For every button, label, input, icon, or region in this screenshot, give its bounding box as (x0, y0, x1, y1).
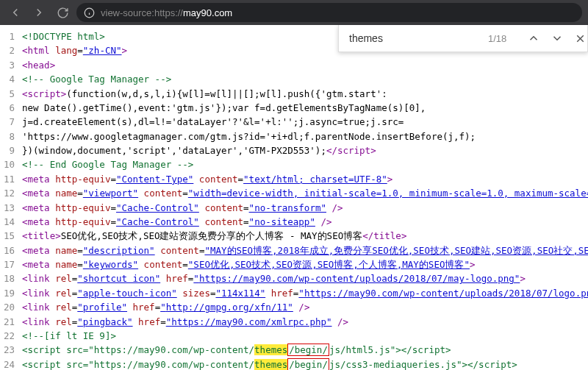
find-in-page-bar: 1/18 (338, 25, 588, 52)
source-line: <meta name="keywords" content="SEO优化,SEO… (22, 257, 585, 271)
source-line: <!--[if lt IE 9]> (22, 329, 585, 343)
source-view: 1234567891011121314151617181920212223242… (0, 25, 588, 370)
source-line: })(window,document,'script','dataLayer',… (22, 143, 585, 157)
forward-button[interactable] (29, 3, 49, 22)
source-line: <link rel="profile" href="http://gmpg.or… (22, 300, 585, 314)
source-line: <meta name="viewport" content="width=dev… (22, 186, 585, 200)
site-info-icon[interactable] (84, 7, 95, 18)
find-input[interactable] (349, 32, 478, 44)
source-line: 'https://www.googletagmanager.com/gtm.js… (22, 129, 585, 143)
find-close-button[interactable] (574, 32, 587, 45)
source-line: <meta http-equiv="Content-Type" content=… (22, 172, 585, 186)
source-line: <!-- End Google Tag Manager --> (22, 157, 585, 171)
source-line: new Date().getTime(),event:'gtm.js'});va… (22, 101, 585, 115)
browser-toolbar: view-source:https://may90.com (0, 0, 588, 25)
find-count: 1/18 (488, 33, 506, 44)
source-line: <meta http-equiv="Cache-Control" content… (22, 201, 585, 215)
source-line: j=d.createElement(s),dl=l!='dataLayer'?'… (22, 115, 585, 129)
find-prev-button[interactable] (527, 32, 540, 45)
reload-button[interactable] (53, 3, 72, 22)
source-code: <!DOCTYPE html> <html lang="zh-CN"> <hea… (21, 25, 588, 370)
url-text: view-source:https://may90.com (101, 7, 232, 18)
back-button[interactable] (6, 3, 25, 22)
source-line: <title>SEO优化,SEO技术,SEO建站资源免费分享的个人博客 - MA… (22, 229, 585, 243)
source-line: <!-- Google Tag Manager --> (22, 72, 585, 86)
source-line: <link rel="shortcut icon" href="https://… (22, 271, 585, 285)
source-line: <meta name="description" content="MAY的SE… (22, 243, 585, 257)
source-line: <script>(function(w,d,s,l,i){w[l]=w[l]||… (22, 87, 585, 101)
source-line: <script src="https://may90.com/wp-conten… (22, 343, 585, 357)
find-next-button[interactable] (551, 32, 564, 45)
address-bar[interactable]: view-source:https://may90.com (76, 3, 582, 22)
source-line: <meta http-equiv="Cache-Control" content… (22, 215, 585, 229)
source-line: <link rel="apple-touch-icon" sizes="114x… (22, 286, 585, 300)
source-line: <head> (22, 58, 585, 72)
source-line: <link rel="pingback" href="https://may90… (22, 315, 585, 329)
source-line: <script src="https://may90.com/wp-conten… (22, 357, 585, 370)
line-number-gutter: 1234567891011121314151617181920212223242… (0, 25, 21, 370)
